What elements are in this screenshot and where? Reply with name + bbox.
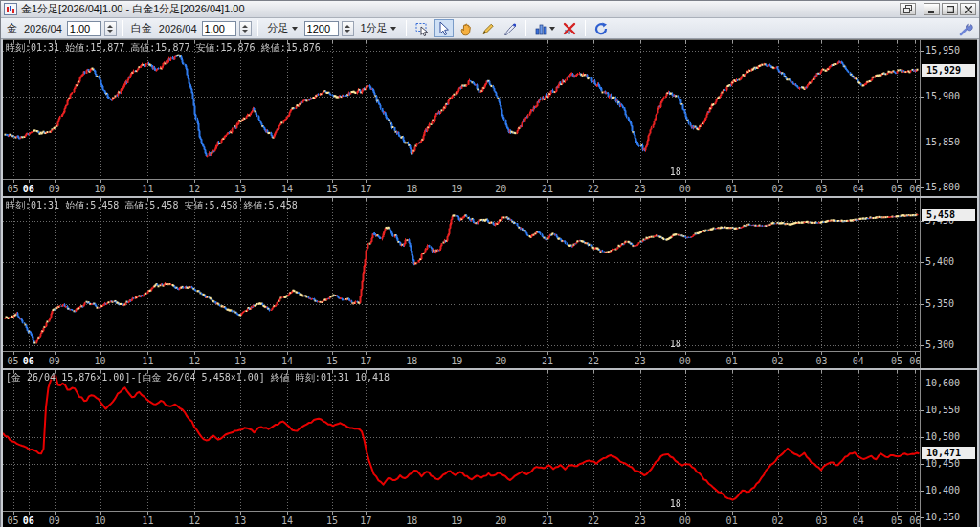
platinum-multiplier-spinner[interactable] xyxy=(239,21,252,36)
time-tick xyxy=(501,352,501,355)
hand-tool-button[interactable] xyxy=(457,19,476,37)
price-tick xyxy=(921,410,924,411)
settings-wrench-button[interactable] xyxy=(956,19,975,37)
price-label: 10,500 xyxy=(925,431,960,442)
time-label: 05 xyxy=(891,184,902,194)
toolbar-separator xyxy=(585,20,586,36)
refresh-icon xyxy=(593,21,609,36)
pen-tool-button[interactable] xyxy=(501,19,520,37)
platinum-plot: 時刻:01:31 始値:5,458 高値:5,458 安値:5,458 終値:5… xyxy=(3,198,920,350)
timeframe-dropdown[interactable]: 1分足 xyxy=(357,19,400,37)
time-tick xyxy=(457,352,457,355)
gold-label: 金 xyxy=(5,21,19,35)
time-label: 06 xyxy=(23,184,34,194)
spread-price-axis: 10,60010,55010,50010,45010,40010,35010,4… xyxy=(920,370,977,527)
current-price-badge: 15,929 xyxy=(922,64,975,77)
time-label: 11 xyxy=(142,184,153,194)
date-change-marker: 18 xyxy=(670,498,681,509)
pencil-tool-button[interactable] xyxy=(479,19,498,37)
date-change-marker: 18 xyxy=(670,166,681,177)
interval-dropdown[interactable]: 分足 xyxy=(264,19,301,37)
zoom-select-icon xyxy=(414,21,430,36)
time-tick xyxy=(732,352,733,355)
time-label: 20 xyxy=(495,516,506,526)
time-label: 22 xyxy=(588,184,599,194)
time-tick xyxy=(366,352,367,355)
time-tick xyxy=(915,352,916,355)
pencil-icon xyxy=(480,21,496,36)
time-label: 18 xyxy=(406,356,417,366)
time-label: 06 xyxy=(909,356,920,366)
time-label: 15 xyxy=(326,356,338,366)
price-tick xyxy=(921,97,924,98)
pointer-tool-button[interactable] xyxy=(434,19,454,37)
time-tick xyxy=(858,352,859,355)
platinum-price-axis: 5,4505,4005,3505,3005,458 xyxy=(920,198,977,368)
red-x-icon xyxy=(562,21,577,36)
zoom-select-tool-button[interactable] xyxy=(412,19,432,37)
time-tick xyxy=(897,352,898,355)
time-label: 10 xyxy=(95,516,106,526)
clear-annotations-button[interactable] xyxy=(560,19,579,37)
time-label: 00 xyxy=(679,516,691,526)
time-tick xyxy=(640,512,641,515)
spread-line-canvas[interactable] xyxy=(3,370,920,510)
time-label: 15 xyxy=(326,516,338,526)
time-tick xyxy=(240,512,241,515)
time-tick xyxy=(732,180,733,183)
maximize-button[interactable] xyxy=(942,3,958,15)
price-tick xyxy=(921,262,924,263)
time-tick xyxy=(366,180,367,183)
time-tick xyxy=(412,180,412,183)
bar-count-spinner[interactable] xyxy=(342,21,354,36)
refresh-button[interactable] xyxy=(591,19,611,37)
time-label: 06 xyxy=(23,516,34,526)
gold-multiplier-spinner[interactable] xyxy=(104,21,117,36)
time-tick xyxy=(29,180,30,183)
minimize-button[interactable] xyxy=(924,3,940,15)
time-tick xyxy=(685,352,686,355)
platinum-multiplier-input[interactable] xyxy=(202,21,236,36)
bar-count-input[interactable] xyxy=(304,21,339,36)
time-tick xyxy=(13,512,14,515)
gold-multiplier-input[interactable] xyxy=(67,21,101,36)
ink-pen-icon xyxy=(502,21,518,36)
time-tick xyxy=(501,512,501,515)
time-tick xyxy=(457,180,457,183)
time-tick xyxy=(640,352,641,355)
close-button[interactable] xyxy=(960,3,976,15)
price-label: 15,850 xyxy=(925,137,960,147)
time-tick xyxy=(332,352,333,355)
time-tick xyxy=(778,352,779,355)
time-label: 09 xyxy=(49,184,60,194)
time-tick xyxy=(821,352,822,355)
time-tick xyxy=(29,512,30,515)
time-tick xyxy=(685,512,686,515)
time-tick xyxy=(332,512,333,515)
time-tick xyxy=(194,180,195,183)
platinum-candlestick-canvas[interactable] xyxy=(3,198,920,350)
time-tick xyxy=(547,512,548,515)
time-tick xyxy=(55,352,56,355)
time-tick xyxy=(287,512,288,515)
time-label: 04 xyxy=(853,516,864,526)
time-label: 03 xyxy=(815,516,827,526)
float-window-button[interactable] xyxy=(900,3,916,15)
time-label: 21 xyxy=(542,184,553,194)
gold-plot: 時刻:01:31 始値:15,877 高値:15,877 安値:15,876 終… xyxy=(3,40,920,178)
time-label: 10 xyxy=(95,356,106,366)
time-tick xyxy=(821,512,822,515)
time-tick xyxy=(55,180,56,183)
time-tick xyxy=(100,352,101,355)
chart-type-dropdown-button[interactable] xyxy=(532,19,557,37)
gold-price-axis: 15,95015,90015,85015,80015,929 xyxy=(920,40,977,196)
chart-window: 金1分足[2026/04]1.00 - 白金1分足[2026/04]1.00 金… xyxy=(0,0,980,527)
time-tick xyxy=(778,512,779,515)
price-label: 15,800 xyxy=(925,182,960,192)
price-label: 10,450 xyxy=(925,458,960,469)
time-label: 11 xyxy=(142,516,153,526)
gold-candlestick-canvas[interactable] xyxy=(3,40,920,178)
bar-chart-icon xyxy=(534,21,549,36)
time-label: 15 xyxy=(326,184,338,194)
chevron-down-icon xyxy=(549,27,555,31)
